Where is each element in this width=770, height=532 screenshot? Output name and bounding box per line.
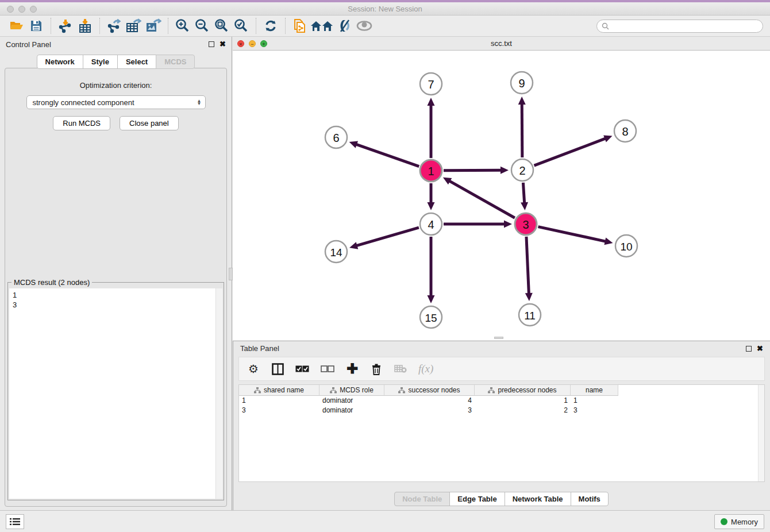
edge-3-11[interactable] — [526, 237, 529, 295]
cell-mcds-role[interactable]: dominator — [319, 396, 384, 406]
edge-3-1[interactable] — [448, 180, 514, 218]
zoom-window-button[interactable] — [30, 6, 37, 13]
vertical-splitter-grip[interactable] — [229, 268, 233, 280]
edge-arrowhead — [428, 295, 435, 303]
float-panel-icon[interactable] — [209, 41, 214, 47]
export-table-button[interactable] — [124, 17, 144, 34]
network-window-titlebar[interactable]: × − + scc.txt — [233, 37, 770, 51]
cell-successor-nodes[interactable]: 3 — [384, 406, 475, 415]
tab-mcds[interactable]: MCDS — [156, 55, 195, 69]
list-icon — [10, 518, 20, 526]
open-session-button[interactable] — [7, 17, 26, 34]
table-row[interactable]: 1 dominator 4 1 1 — [239, 396, 764, 406]
node-table[interactable]: shared name MCDS role successor nodes pr… — [238, 384, 765, 482]
network-maximize-button[interactable]: + — [260, 40, 267, 47]
table-scrollbar[interactable] — [758, 385, 764, 481]
graphics-details-button[interactable] — [335, 17, 355, 34]
open-folder-icon — [9, 20, 24, 32]
eye-button[interactable] — [355, 17, 374, 34]
delete-table-button[interactable] — [394, 364, 407, 373]
edge-arrowhead — [521, 202, 528, 210]
task-history-button[interactable] — [6, 514, 24, 529]
close-panel-icon[interactable]: ✖ — [220, 41, 226, 47]
tab-select[interactable]: Select — [117, 55, 156, 69]
column-header-predecessor-nodes[interactable]: predecessor nodes — [475, 385, 571, 396]
network-graph[interactable]: 7968124314101511 — [233, 51, 770, 340]
zoom-in-button[interactable] — [173, 17, 192, 34]
search-box[interactable] — [596, 20, 763, 33]
toolbar-separator — [256, 18, 256, 34]
control-panel: Control Panel ✖ Network Style Select MCD… — [0, 37, 232, 510]
function-builder-button[interactable]: f(x) — [418, 363, 433, 375]
cell-shared-name[interactable]: 3 — [239, 406, 319, 415]
column-header-shared-name[interactable]: shared name — [239, 385, 319, 396]
mcds-result-text[interactable]: 1 3 — [9, 288, 222, 499]
export-network-button[interactable] — [105, 17, 124, 34]
run-mcds-button[interactable]: Run MCDS — [53, 116, 110, 130]
column-header-successor-nodes[interactable]: successor nodes — [384, 385, 475, 396]
minimize-window-button[interactable] — [18, 6, 25, 13]
search-input[interactable] — [612, 22, 758, 30]
table-tabs: Node Table Edge Table Network Table Moti… — [233, 492, 770, 506]
table-settings-button[interactable]: ⚙ — [247, 362, 260, 376]
tab-edge-table[interactable]: Edge Table — [449, 492, 505, 506]
edge-4-14[interactable] — [356, 228, 419, 246]
delete-columns-button[interactable] — [370, 363, 383, 375]
cell-mcds-role[interactable]: dominator — [319, 406, 384, 415]
close-window-button[interactable] — [7, 6, 14, 13]
network-close-button[interactable]: × — [237, 40, 244, 47]
table-row[interactable]: 3 dominator 3 2 3 — [239, 406, 764, 415]
memory-button[interactable]: Memory — [714, 514, 764, 529]
edge-2-9[interactable] — [522, 103, 522, 157]
cell-shared-name[interactable]: 1 — [239, 396, 319, 406]
network-minimize-button[interactable]: − — [249, 40, 256, 47]
table-header-row: shared name MCDS role successor nodes pr… — [239, 385, 764, 396]
column-header-name[interactable]: name — [571, 385, 618, 396]
toolbar-separator — [51, 18, 51, 34]
edge-1-2[interactable] — [444, 170, 502, 171]
zoom-out-button[interactable] — [192, 17, 212, 34]
refresh-icon — [264, 19, 278, 33]
close-panel-button[interactable]: Close panel — [120, 116, 179, 130]
tab-style[interactable]: Style — [83, 55, 118, 69]
export-image-button[interactable] — [144, 17, 163, 34]
home-button[interactable] — [310, 17, 335, 34]
save-session-button[interactable] — [26, 17, 46, 34]
clone-network-button[interactable] — [290, 17, 310, 34]
horizontal-splitter-grip[interactable] — [494, 337, 503, 339]
tab-network-table[interactable]: Network Table — [505, 492, 571, 506]
zoom-selected-button[interactable] — [232, 17, 251, 34]
plus-icon: ✚ — [346, 363, 358, 375]
edge-arrowhead — [349, 242, 358, 249]
deselect-all-rows-button[interactable] — [321, 365, 334, 372]
show-columns-button[interactable] — [271, 363, 284, 375]
network-canvas[interactable]: 7968124314101511 — [233, 51, 770, 340]
cell-successor-nodes[interactable]: 4 — [384, 396, 475, 406]
cell-predecessor-nodes[interactable]: 2 — [475, 406, 571, 415]
zoom-in-icon — [175, 18, 190, 33]
float-table-panel-icon[interactable] — [746, 346, 752, 352]
cell-name[interactable]: 3 — [571, 406, 618, 415]
import-table-button[interactable] — [75, 17, 95, 34]
tab-network[interactable]: Network — [37, 55, 83, 69]
window-traffic-lights[interactable] — [7, 6, 37, 13]
edge-1-6[interactable] — [355, 144, 419, 167]
select-all-rows-button[interactable] — [295, 365, 309, 372]
cell-predecessor-nodes[interactable]: 1 — [475, 396, 571, 406]
edge-2-8[interactable] — [534, 138, 607, 165]
tab-motifs[interactable]: Motifs — [571, 492, 609, 506]
close-table-panel-icon[interactable]: ✖ — [757, 346, 763, 352]
optimization-criterion-dropdown[interactable]: strongly connected component ▲▼ — [26, 95, 206, 109]
add-column-button[interactable]: ✚ — [346, 363, 359, 375]
tab-node-table[interactable]: Node Table — [394, 492, 450, 506]
window-title: Session: New Session — [348, 5, 422, 13]
zoom-fit-button[interactable] — [212, 17, 232, 34]
import-network-button[interactable] — [56, 17, 75, 34]
refresh-button[interactable] — [261, 17, 280, 34]
export-table-icon — [126, 18, 142, 33]
cell-name[interactable]: 1 — [571, 396, 618, 406]
edge-2-3[interactable] — [523, 183, 524, 204]
edge-3-10[interactable] — [538, 227, 606, 242]
result-scrollbar[interactable] — [215, 288, 222, 499]
column-header-mcds-role[interactable]: MCDS role — [319, 385, 384, 396]
